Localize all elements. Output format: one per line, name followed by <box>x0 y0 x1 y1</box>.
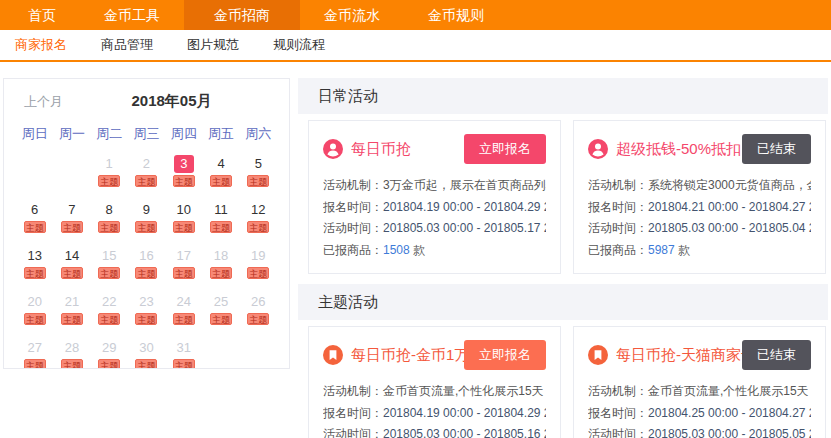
theme-badge: 主题 <box>173 175 195 187</box>
card-detail-row: 已报商品：1508 款 <box>323 240 546 262</box>
theme-badge: 主题 <box>24 359 46 369</box>
calendar-day[interactable]: 23主题 <box>128 289 165 335</box>
day-number: 11 <box>211 201 231 219</box>
subnav-tab[interactable]: 图片规范 <box>187 36 239 54</box>
calendar-day[interactable]: 28主题 <box>53 335 90 369</box>
calendar-day[interactable]: 27主题 <box>16 335 53 369</box>
reported-count[interactable]: 1508 <box>383 243 410 257</box>
day-number: 18 <box>211 247 231 265</box>
day-number: 26 <box>248 293 268 311</box>
activity-card: 每日币抢-天猫商家专享已结束活动机制：金币首页流量,个性化展示15天 45金币/… <box>573 326 826 438</box>
right-column: 日常活动每日币抢立即报名活动机制：3万金币起，展示在首页商品列表中报名时间：20… <box>298 78 828 438</box>
day-number: 7 <box>62 201 82 219</box>
calendar-grid: 1主题2主题3主题4主题5主题6主题7主题8主题9主题10主题11主题12主题1… <box>4 143 289 369</box>
calendar-week: 13主题14主题15主题16主题17主题18主题19主题 <box>16 243 277 289</box>
activity-section: 日常活动每日币抢立即报名活动机制：3万金币起，展示在首页商品列表中报名时间：20… <box>298 78 828 274</box>
subnav-tab[interactable]: 商品管理 <box>101 36 153 54</box>
calendar-day[interactable]: 6主题 <box>16 197 53 243</box>
ended-button[interactable]: 已结束 <box>742 340 811 370</box>
nav-tab[interactable]: 金币工具 <box>80 0 184 30</box>
nav-tab[interactable]: 首页 <box>4 0 80 30</box>
calendar-day[interactable]: 22主题 <box>91 289 128 335</box>
card-detail-row: 报名时间：201804.19 00:00 - 201804.29 24:00 <box>323 197 546 219</box>
calendar-day[interactable]: 24主题 <box>165 289 202 335</box>
theme-badge: 主题 <box>210 267 232 279</box>
calendar-day[interactable]: 17主题 <box>165 243 202 289</box>
card-detail-row: 报名时间：201804.25 00:00 - 201804.27 24:00 <box>588 403 811 425</box>
day-number: 10 <box>174 201 194 219</box>
calendar-day[interactable]: 1主题 <box>91 151 128 197</box>
calendar-day[interactable]: 26主题 <box>240 289 277 335</box>
calendar-day[interactable]: 14主题 <box>53 243 90 289</box>
calendar-empty-cell <box>16 151 53 197</box>
detail-label: 活动时间： <box>323 427 383 438</box>
calendar-day[interactable]: 30主题 <box>128 335 165 369</box>
calendar-day[interactable]: 2主题 <box>128 151 165 197</box>
calendar-day[interactable]: 5主题 <box>240 151 277 197</box>
calendar-day[interactable]: 3主题 <box>165 151 202 197</box>
theme-badge: 主题 <box>24 221 46 233</box>
count-unit: 款 <box>410 243 425 257</box>
card-header: 每日币抢立即报名 <box>323 134 546 164</box>
calendar-day[interactable]: 7主题 <box>53 197 90 243</box>
calendar-day[interactable]: 9主题 <box>128 197 165 243</box>
calendar-day[interactable]: 19主题 <box>240 243 277 289</box>
day-number: 29 <box>99 339 119 357</box>
calendar-day[interactable]: 8主题 <box>91 197 128 243</box>
card-row: 每日币抢立即报名活动机制：3万金币起，展示在首页商品列表中报名时间：201804… <box>298 120 828 274</box>
day-number: 22 <box>99 293 119 311</box>
subnav-tab[interactable]: 规则流程 <box>273 36 325 54</box>
signup-button[interactable]: 立即报名 <box>464 134 546 164</box>
calendar-day[interactable]: 13主题 <box>16 243 53 289</box>
calendar-week: 27主题28主题29主题30主题31主题 <box>16 335 277 369</box>
activity-card: 每日币抢-金币1万以上卖家...立即报名活动机制：金币首页流量,个性化展示15天… <box>308 326 561 438</box>
day-number: 20 <box>25 293 45 311</box>
theme-badge: 主题 <box>98 221 120 233</box>
calendar-day[interactable]: 29主题 <box>91 335 128 369</box>
prev-month-button[interactable]: 上个月 <box>24 93 72 111</box>
activity-title: 超级抵钱-50%抵扣 <box>616 140 741 159</box>
day-number: 17 <box>174 247 194 265</box>
calendar-day[interactable]: 11主题 <box>202 197 239 243</box>
theme-badge: 主题 <box>98 267 120 279</box>
day-number: 21 <box>62 293 82 311</box>
main-content: 上个月 2018年05月 周日周一周二周三周四周五周六 1主题2主题3主题4主题… <box>0 78 831 438</box>
calendar-day[interactable]: 12主题 <box>240 197 277 243</box>
card-detail-row: 报名时间：201804.19 00:00 - 201804.29 24:00 <box>323 403 546 425</box>
day-number: 6 <box>25 201 45 219</box>
calendar-day[interactable]: 21主题 <box>53 289 90 335</box>
detail-value: 金币首页流量,个性化展示15天 45金币/点击 <box>383 384 546 398</box>
calendar-empty-cell <box>53 151 90 197</box>
card-detail-row: 报名时间：201804.21 00:00 - 201804.27 24:00 <box>588 197 811 219</box>
section-header: 日常活动 <box>298 78 828 114</box>
tag-icon <box>323 345 343 365</box>
day-number: 12 <box>248 201 268 219</box>
nav-tab[interactable]: 金币招商 <box>184 0 300 30</box>
detail-label: 活动机制： <box>323 178 383 192</box>
calendar-day[interactable]: 18主题 <box>202 243 239 289</box>
day-number: 4 <box>211 155 231 173</box>
theme-badge: 主题 <box>135 267 157 279</box>
signup-button[interactable]: 立即报名 <box>464 340 546 370</box>
day-number: 13 <box>25 247 45 265</box>
nav-tab[interactable]: 金币流水 <box>300 0 404 30</box>
calendar-day[interactable]: 25主题 <box>202 289 239 335</box>
calendar-day[interactable]: 15主题 <box>91 243 128 289</box>
calendar-day[interactable]: 20主题 <box>16 289 53 335</box>
calendar-day[interactable]: 4主题 <box>202 151 239 197</box>
detail-label: 报名时间： <box>323 200 383 214</box>
calendar-day[interactable]: 16主题 <box>128 243 165 289</box>
theme-badge: 主题 <box>61 221 83 233</box>
reported-count[interactable]: 5987 <box>648 243 675 257</box>
day-number: 14 <box>62 247 82 265</box>
day-number: 8 <box>99 201 119 219</box>
calendar-weekdays: 周日周一周二周三周四周五周六 <box>4 115 289 143</box>
theme-badge: 主题 <box>173 267 195 279</box>
calendar-day[interactable]: 10主题 <box>165 197 202 243</box>
ended-button[interactable]: 已结束 <box>742 134 811 164</box>
subnav-tab[interactable]: 商家报名 <box>15 36 67 54</box>
day-number: 27 <box>25 339 45 357</box>
detail-label: 活动机制： <box>588 384 648 398</box>
calendar-day[interactable]: 31主题 <box>165 335 202 369</box>
nav-tab[interactable]: 金币规则 <box>404 0 508 30</box>
